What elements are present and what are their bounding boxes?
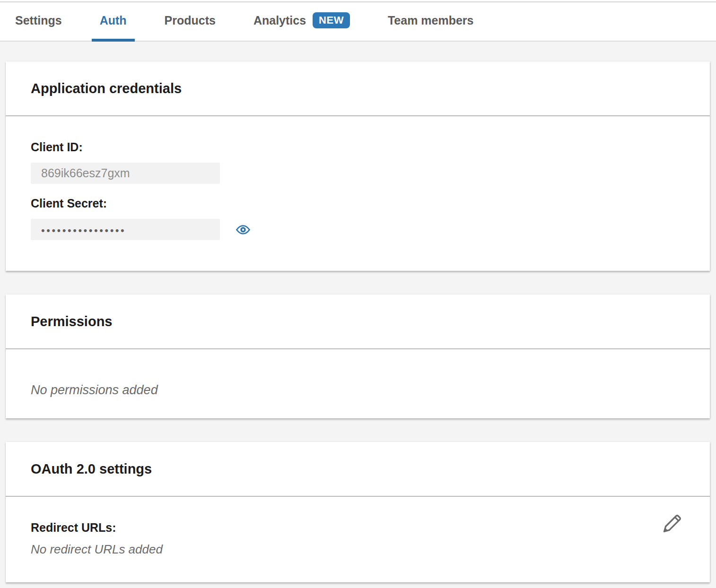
- reveal-secret-button[interactable]: [236, 222, 251, 237]
- permissions-body: No permissions added: [6, 349, 710, 398]
- client-secret-field[interactable]: ••••••••••••••••: [31, 219, 220, 240]
- permissions-header: Permissions: [6, 294, 710, 349]
- tab-auth[interactable]: Auth: [92, 0, 135, 41]
- client-id-label: Client ID:: [31, 116, 710, 154]
- tab-products[interactable]: Products: [157, 0, 224, 41]
- oauth-settings-title: OAuth 2.0 settings: [31, 461, 152, 477]
- client-id-field[interactable]: 869ik66esz7gxm: [31, 163, 220, 184]
- redirect-urls-label: Redirect URLs:: [31, 520, 710, 535]
- tab-analytics[interactable]: Analytics NEW: [245, 0, 358, 41]
- tab-bar: Settings Auth Products Analytics NEW Tea…: [0, 0, 716, 42]
- tab-auth-label: Auth: [100, 14, 127, 27]
- application-credentials-body: Client ID: 869ik66esz7gxm Client Secret:…: [6, 116, 710, 240]
- permissions-title: Permissions: [31, 314, 112, 329]
- tab-settings[interactable]: Settings: [7, 0, 70, 41]
- application-credentials-title: Application credentials: [31, 81, 182, 96]
- application-credentials-card: Application credentials Client ID: 869ik…: [6, 61, 710, 271]
- client-secret-row: ••••••••••••••••: [31, 210, 710, 240]
- redirect-urls-empty-text: No redirect URLs added: [31, 542, 710, 557]
- oauth-settings-header: OAuth 2.0 settings: [6, 442, 710, 497]
- oauth-settings-body: Redirect URLs: No redirect URLs added: [6, 497, 710, 557]
- tab-team-members-label: Team members: [388, 14, 474, 27]
- tab-products-label: Products: [165, 14, 216, 27]
- tab-team-members[interactable]: Team members: [380, 0, 482, 41]
- application-credentials-header: Application credentials: [6, 61, 710, 116]
- new-badge: NEW: [313, 12, 350, 28]
- tab-nav: Settings Auth Products Analytics NEW Tea…: [0, 0, 716, 41]
- permissions-card: Permissions No permissions added: [6, 294, 710, 418]
- permissions-empty-text: No permissions added: [31, 382, 710, 398]
- oauth-settings-card: OAuth 2.0 settings Redirect URLs: No red…: [6, 442, 710, 582]
- tab-settings-label: Settings: [15, 14, 62, 27]
- edit-redirect-urls-button[interactable]: [661, 513, 683, 535]
- client-secret-label: Client Secret:: [31, 184, 710, 210]
- tab-analytics-label: Analytics: [253, 14, 306, 27]
- pencil-edit-icon: [661, 513, 683, 535]
- eye-icon: [236, 222, 251, 237]
